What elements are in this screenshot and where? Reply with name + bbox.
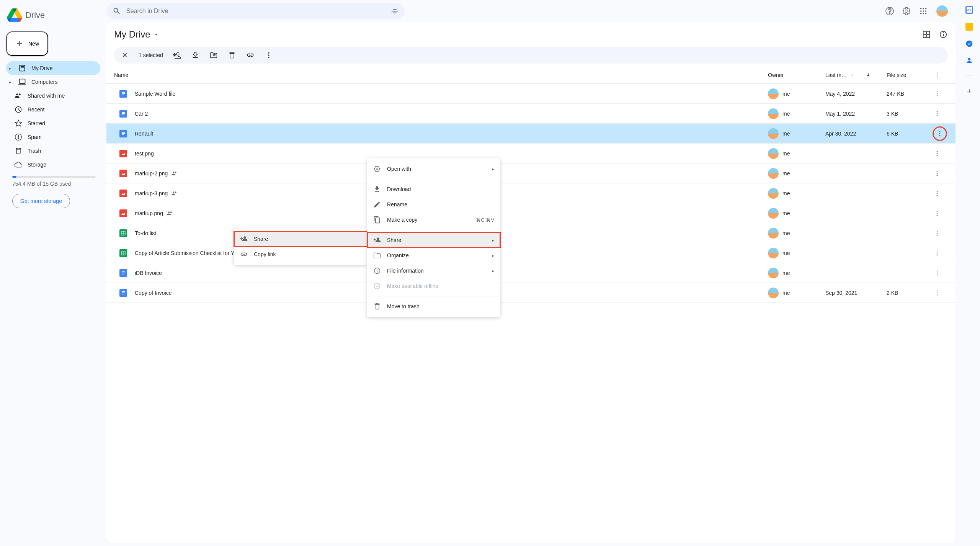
column-size[interactable]: File size — [887, 72, 933, 78]
file-name: Copy of Invoice — [135, 290, 172, 296]
settings-gear-icon[interactable] — [902, 7, 911, 16]
nav-storage[interactable]: Storage — [6, 158, 100, 172]
share-action-icon[interactable] — [172, 51, 181, 60]
nav-my-drive[interactable]: ▸ My Drive — [6, 61, 100, 75]
svg-point-82 — [937, 294, 938, 295]
nav-shared[interactable]: Shared with me — [6, 89, 100, 103]
file-more-icon[interactable] — [933, 149, 942, 158]
plus-icon — [15, 39, 24, 48]
link-icon — [240, 250, 248, 258]
file-more-icon[interactable] — [933, 209, 942, 218]
svg-point-6 — [920, 13, 922, 15]
arrow-down-icon[interactable] — [865, 72, 871, 78]
submenu-share[interactable]: Share — [234, 231, 368, 247]
file-more-icon[interactable] — [933, 89, 942, 98]
file-more-icon[interactable] — [933, 248, 942, 258]
file-more-icon[interactable] — [933, 109, 942, 118]
search-icon — [113, 7, 121, 15]
column-modified[interactable]: Last m… — [825, 72, 887, 78]
file-name: markup-3.png — [135, 190, 168, 196]
file-row[interactable]: markup.pngme — [106, 203, 956, 223]
file-name: Sample Word file — [135, 91, 175, 97]
more-actions-icon[interactable] — [264, 51, 273, 60]
new-button[interactable]: New — [6, 31, 48, 56]
search-options-icon[interactable] — [390, 7, 399, 15]
svg-point-75 — [937, 274, 938, 275]
svg-rect-72 — [122, 274, 124, 275]
owner-avatar — [768, 288, 779, 298]
svg-point-66 — [937, 250, 938, 252]
menu-file-info[interactable]: File information ▸ — [367, 263, 500, 278]
file-row[interactable]: Car 2meMay 1, 20223 KB — [106, 104, 956, 124]
menu-open-with[interactable]: Open with ▸ — [367, 161, 500, 177]
chevron-right-icon: ▸ — [492, 253, 494, 258]
calendar-app-icon[interactable]: 31 — [965, 6, 973, 14]
chevron-right-icon: ▸ — [492, 167, 494, 171]
svg-point-13 — [268, 54, 269, 56]
search-bar[interactable] — [106, 3, 405, 19]
nav-recent[interactable]: Recent — [6, 103, 100, 116]
nav-trash[interactable]: Trash — [6, 144, 100, 158]
file-more-icon[interactable] — [933, 268, 942, 278]
tasks-app-icon[interactable] — [965, 40, 973, 47]
column-name[interactable]: Name — [114, 72, 768, 78]
file-more-icon[interactable] — [933, 288, 942, 298]
svg-point-53 — [937, 213, 938, 214]
nav-spam[interactable]: Spam — [6, 130, 100, 144]
contacts-app-icon[interactable] — [965, 57, 973, 64]
nav-starred[interactable]: Starred — [6, 116, 100, 130]
menu-rename[interactable]: Rename — [367, 197, 500, 212]
svg-point-68 — [937, 254, 938, 255]
menu-download[interactable]: Download — [367, 181, 500, 197]
svg-rect-21 — [122, 95, 124, 95]
close-selection-icon[interactable] — [120, 51, 129, 60]
file-row[interactable]: iDB Invoiceme — [106, 263, 956, 283]
layout-toggle-icon[interactable] — [922, 30, 931, 39]
owner-avatar — [768, 268, 779, 278]
account-avatar[interactable] — [936, 5, 949, 18]
svg-point-80 — [937, 290, 938, 291]
file-modified: Apr 30, 2022 — [825, 131, 887, 137]
drive-logo[interactable]: Drive — [0, 3, 106, 28]
delete-action-icon[interactable] — [227, 51, 237, 60]
link-action-icon[interactable] — [246, 51, 255, 60]
column-menu-icon[interactable] — [933, 70, 942, 80]
menu-move-to-trash[interactable]: Move to trash — [367, 299, 500, 314]
nav-computers[interactable]: ▸ Computers — [6, 75, 100, 89]
menu-make-copy[interactable]: Make a copy ⌘C ⌘V — [367, 212, 500, 227]
file-row[interactable]: test.pngme — [106, 144, 956, 163]
menu-share[interactable]: Share ▸ — [367, 232, 500, 248]
svg-point-38 — [939, 135, 941, 136]
submenu-copy-link[interactable]: Copy link — [234, 247, 368, 262]
svg-point-11 — [943, 32, 944, 33]
file-more-icon[interactable] — [933, 169, 942, 178]
apps-grid-icon[interactable] — [919, 7, 928, 16]
svg-rect-71 — [122, 273, 125, 273]
breadcrumb[interactable]: My Drive — [114, 29, 159, 40]
add-app-icon[interactable]: + — [967, 86, 972, 96]
svg-point-86 — [377, 269, 377, 270]
help-icon[interactable] — [885, 7, 894, 16]
download-action-icon[interactable] — [191, 51, 200, 60]
file-row[interactable]: markup-3.pngme — [106, 183, 956, 203]
file-more-icon[interactable] — [933, 229, 942, 238]
svg-rect-26 — [122, 112, 125, 113]
file-row[interactable]: Copy of InvoicemeSep 30, 20212 KB — [106, 283, 956, 303]
move-action-icon[interactable] — [209, 51, 218, 60]
menu-organize[interactable]: Organize ▸ — [367, 248, 500, 263]
info-icon[interactable] — [939, 30, 948, 39]
get-more-storage-button[interactable]: Get more storage — [12, 194, 70, 208]
column-owner[interactable]: Owner — [768, 72, 825, 78]
file-more-icon[interactable] — [933, 189, 942, 198]
owner-avatar — [768, 108, 779, 119]
svg-point-49 — [937, 193, 938, 194]
file-row[interactable]: RenaultmeApr 30, 20226 KB — [106, 124, 956, 144]
svg-point-4 — [923, 10, 924, 12]
keep-app-icon[interactable] — [965, 23, 973, 31]
file-more-icon[interactable] — [933, 126, 947, 141]
svg-rect-19 — [122, 92, 125, 93]
file-row[interactable]: Sample Word filemeMay 4, 2022247 KB — [106, 84, 956, 104]
file-row[interactable]: markup-2.pngme — [106, 163, 956, 183]
search-input[interactable] — [121, 8, 390, 15]
file-size: 247 KB — [887, 91, 933, 97]
